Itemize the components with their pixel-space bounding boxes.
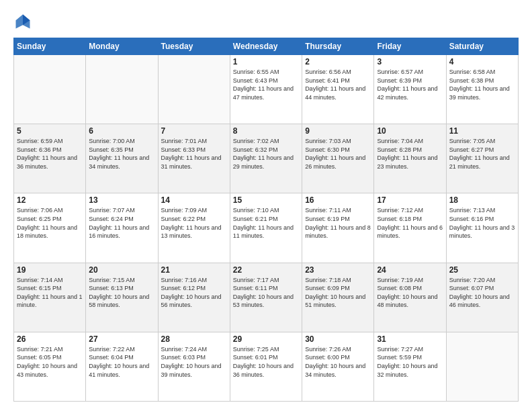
page: SundayMondayTuesdayWednesdayThursdayFrid… <box>0 0 532 411</box>
day-number: 31 <box>377 334 443 344</box>
day-number: 9 <box>305 126 371 136</box>
calendar-cell: 29Sunrise: 7:25 AM Sunset: 6:01 PM Dayli… <box>230 332 302 401</box>
day-info: Sunrise: 7:02 AM Sunset: 6:32 PM Dayligh… <box>233 137 299 171</box>
calendar-cell: 13Sunrise: 7:07 AM Sunset: 6:24 PM Dayli… <box>86 193 158 263</box>
calendar-week-row: 12Sunrise: 7:06 AM Sunset: 6:25 PM Dayli… <box>14 193 519 263</box>
calendar-cell: 18Sunrise: 7:13 AM Sunset: 6:16 PM Dayli… <box>446 193 518 263</box>
calendar-cell: 1Sunrise: 6:55 AM Sunset: 6:43 PM Daylig… <box>230 55 302 124</box>
calendar-week-row: 26Sunrise: 7:21 AM Sunset: 6:05 PM Dayli… <box>14 332 519 401</box>
day-number: 2 <box>305 57 371 66</box>
day-info: Sunrise: 6:56 AM Sunset: 6:41 PM Dayligh… <box>305 68 371 101</box>
calendar-cell <box>86 55 158 124</box>
logo-icon <box>13 12 32 31</box>
day-number: 27 <box>89 334 154 344</box>
day-number: 8 <box>233 126 299 136</box>
day-info: Sunrise: 7:24 AM Sunset: 6:03 PM Dayligh… <box>161 345 227 379</box>
day-info: Sunrise: 6:55 AM Sunset: 6:43 PM Dayligh… <box>233 68 299 101</box>
day-info: Sunrise: 7:03 AM Sunset: 6:30 PM Dayligh… <box>305 137 371 171</box>
day-info: Sunrise: 7:20 AM Sunset: 6:07 PM Dayligh… <box>449 276 515 310</box>
calendar-cell: 7Sunrise: 7:01 AM Sunset: 6:33 PM Daylig… <box>158 124 230 193</box>
calendar-cell: 16Sunrise: 7:11 AM Sunset: 6:19 PM Dayli… <box>302 193 374 263</box>
calendar-cell: 24Sunrise: 7:19 AM Sunset: 6:08 PM Dayli… <box>374 263 446 332</box>
calendar-cell: 20Sunrise: 7:15 AM Sunset: 6:13 PM Dayli… <box>86 263 158 332</box>
day-number: 10 <box>377 126 443 136</box>
day-number: 23 <box>305 265 371 275</box>
day-number: 22 <box>233 265 299 275</box>
day-info: Sunrise: 7:05 AM Sunset: 6:27 PM Dayligh… <box>449 137 515 171</box>
day-number: 16 <box>305 195 371 205</box>
day-number: 13 <box>89 195 154 205</box>
calendar-cell: 21Sunrise: 7:16 AM Sunset: 6:12 PM Dayli… <box>158 263 230 332</box>
calendar-cell: 28Sunrise: 7:24 AM Sunset: 6:03 PM Dayli… <box>158 332 230 401</box>
day-number: 1 <box>233 57 299 66</box>
calendar-table: SundayMondayTuesdayWednesdayThursdayFrid… <box>13 38 519 402</box>
day-number: 6 <box>89 126 154 136</box>
day-number: 5 <box>17 126 83 136</box>
weekday-header-friday: Friday <box>374 38 446 55</box>
day-number: 19 <box>17 265 83 275</box>
day-info: Sunrise: 7:14 AM Sunset: 6:15 PM Dayligh… <box>17 276 83 310</box>
day-info: Sunrise: 7:21 AM Sunset: 6:05 PM Dayligh… <box>17 345 83 379</box>
day-number: 14 <box>161 195 227 205</box>
day-number: 26 <box>17 334 83 344</box>
weekday-header-sunday: Sunday <box>14 38 86 55</box>
day-number: 7 <box>161 126 227 136</box>
calendar-cell: 11Sunrise: 7:05 AM Sunset: 6:27 PM Dayli… <box>446 124 518 193</box>
calendar-cell: 9Sunrise: 7:03 AM Sunset: 6:30 PM Daylig… <box>302 124 374 193</box>
calendar-week-row: 1Sunrise: 6:55 AM Sunset: 6:43 PM Daylig… <box>14 55 519 124</box>
day-info: Sunrise: 7:06 AM Sunset: 6:25 PM Dayligh… <box>17 206 83 240</box>
day-number: 4 <box>449 57 515 66</box>
calendar-cell <box>446 332 518 401</box>
calendar-cell: 12Sunrise: 7:06 AM Sunset: 6:25 PM Dayli… <box>14 193 86 263</box>
day-number: 24 <box>377 265 443 275</box>
calendar-cell: 22Sunrise: 7:17 AM Sunset: 6:11 PM Dayli… <box>230 263 302 332</box>
day-number: 21 <box>161 265 227 275</box>
weekday-header-wednesday: Wednesday <box>230 38 302 55</box>
calendar-cell: 19Sunrise: 7:14 AM Sunset: 6:15 PM Dayli… <box>14 263 86 332</box>
day-info: Sunrise: 7:13 AM Sunset: 6:16 PM Dayligh… <box>449 206 515 240</box>
day-number: 12 <box>17 195 83 205</box>
day-info: Sunrise: 7:17 AM Sunset: 6:11 PM Dayligh… <box>233 276 299 310</box>
day-number: 18 <box>449 195 515 205</box>
calendar-cell: 8Sunrise: 7:02 AM Sunset: 6:32 PM Daylig… <box>230 124 302 193</box>
day-info: Sunrise: 7:09 AM Sunset: 6:22 PM Dayligh… <box>161 206 227 240</box>
day-number: 20 <box>89 265 154 275</box>
day-number: 15 <box>233 195 299 205</box>
day-info: Sunrise: 6:58 AM Sunset: 6:38 PM Dayligh… <box>449 68 515 101</box>
calendar-cell: 26Sunrise: 7:21 AM Sunset: 6:05 PM Dayli… <box>14 332 86 401</box>
weekday-header-tuesday: Tuesday <box>158 38 230 55</box>
day-info: Sunrise: 7:07 AM Sunset: 6:24 PM Dayligh… <box>89 206 154 240</box>
calendar-cell: 31Sunrise: 7:27 AM Sunset: 5:59 PM Dayli… <box>374 332 446 401</box>
calendar-week-row: 5Sunrise: 6:59 AM Sunset: 6:36 PM Daylig… <box>14 124 519 193</box>
day-number: 30 <box>305 334 371 344</box>
day-info: Sunrise: 7:19 AM Sunset: 6:08 PM Dayligh… <box>377 276 443 310</box>
day-number: 11 <box>449 126 515 136</box>
day-info: Sunrise: 7:27 AM Sunset: 5:59 PM Dayligh… <box>377 345 443 379</box>
calendar-week-row: 19Sunrise: 7:14 AM Sunset: 6:15 PM Dayli… <box>14 263 519 332</box>
day-info: Sunrise: 7:04 AM Sunset: 6:28 PM Dayligh… <box>377 137 443 171</box>
day-info: Sunrise: 7:26 AM Sunset: 6:00 PM Dayligh… <box>305 345 371 379</box>
day-number: 17 <box>377 195 443 205</box>
calendar-cell: 25Sunrise: 7:20 AM Sunset: 6:07 PM Dayli… <box>446 263 518 332</box>
day-number: 3 <box>377 57 443 66</box>
calendar-cell: 14Sunrise: 7:09 AM Sunset: 6:22 PM Dayli… <box>158 193 230 263</box>
day-info: Sunrise: 6:59 AM Sunset: 6:36 PM Dayligh… <box>17 137 83 171</box>
weekday-header-monday: Monday <box>86 38 158 55</box>
day-number: 25 <box>449 265 515 275</box>
logo <box>13 12 35 31</box>
calendar-cell <box>158 55 230 124</box>
day-number: 28 <box>161 334 227 344</box>
day-info: Sunrise: 7:10 AM Sunset: 6:21 PM Dayligh… <box>233 206 299 240</box>
day-info: Sunrise: 7:16 AM Sunset: 6:12 PM Dayligh… <box>161 276 227 310</box>
day-info: Sunrise: 7:01 AM Sunset: 6:33 PM Dayligh… <box>161 137 227 171</box>
calendar-cell <box>14 55 86 124</box>
calendar-cell: 5Sunrise: 6:59 AM Sunset: 6:36 PM Daylig… <box>14 124 86 193</box>
calendar-cell: 4Sunrise: 6:58 AM Sunset: 6:38 PM Daylig… <box>446 55 518 124</box>
calendar-cell: 27Sunrise: 7:22 AM Sunset: 6:04 PM Dayli… <box>86 332 158 401</box>
calendar-cell: 30Sunrise: 7:26 AM Sunset: 6:00 PM Dayli… <box>302 332 374 401</box>
header <box>13 12 519 31</box>
weekday-header-thursday: Thursday <box>302 38 374 55</box>
day-info: Sunrise: 7:15 AM Sunset: 6:13 PM Dayligh… <box>89 276 154 310</box>
calendar-cell: 6Sunrise: 7:00 AM Sunset: 6:35 PM Daylig… <box>86 124 158 193</box>
day-info: Sunrise: 7:12 AM Sunset: 6:18 PM Dayligh… <box>377 206 443 240</box>
